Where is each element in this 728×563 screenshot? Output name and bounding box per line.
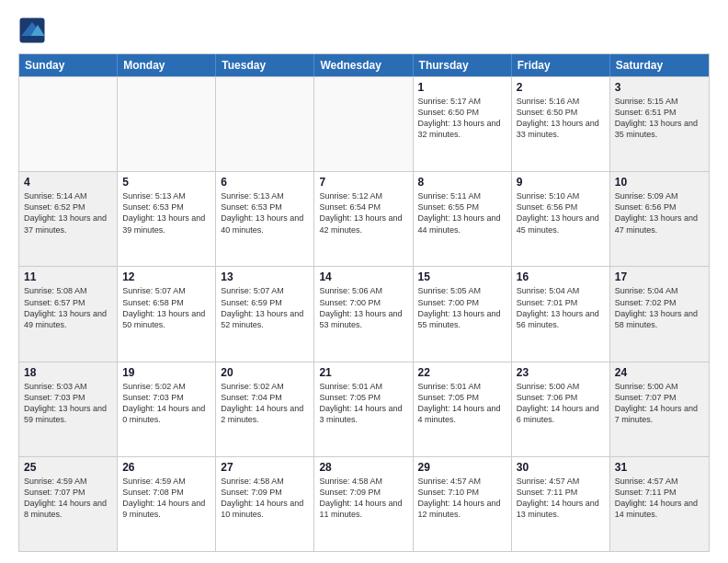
calendar: SundayMondayTuesdayWednesdayThursdayFrid…: [18, 53, 710, 552]
cell-info: Sunrise: 4:58 AMSunset: 7:09 PMDaylight:…: [319, 476, 407, 521]
cal-cell: 13Sunrise: 5:07 AMSunset: 6:59 PMDayligh…: [216, 267, 314, 361]
day-number: 18: [24, 366, 112, 379]
cell-info: Sunrise: 5:07 AMSunset: 6:59 PMDaylight:…: [221, 285, 309, 330]
cell-info: Sunrise: 4:57 AMSunset: 7:11 PMDaylight:…: [615, 476, 704, 521]
cell-info: Sunrise: 5:06 AMSunset: 7:00 PMDaylight:…: [319, 285, 407, 330]
cell-info: Sunrise: 5:17 AMSunset: 6:50 PMDaylight:…: [418, 96, 506, 141]
cal-cell: 11Sunrise: 5:08 AMSunset: 6:57 PMDayligh…: [19, 267, 118, 361]
logo: [18, 17, 50, 44]
cal-cell: 25Sunrise: 4:59 AMSunset: 7:07 PMDayligh…: [19, 457, 118, 551]
cal-cell: [19, 77, 118, 171]
day-number: 15: [418, 270, 506, 283]
header-cell-sunday: Sunday: [19, 54, 118, 76]
cal-cell: 3Sunrise: 5:15 AMSunset: 6:51 PMDaylight…: [610, 77, 709, 171]
cal-cell: 12Sunrise: 5:07 AMSunset: 6:58 PMDayligh…: [118, 267, 216, 361]
cal-cell: 23Sunrise: 5:00 AMSunset: 7:06 PMDayligh…: [512, 362, 610, 456]
day-number: 12: [122, 270, 210, 283]
calendar-week-1: 1Sunrise: 5:17 AMSunset: 6:50 PMDaylight…: [19, 76, 709, 171]
day-number: 13: [221, 270, 309, 283]
cell-info: Sunrise: 4:59 AMSunset: 7:08 PMDaylight:…: [122, 476, 210, 521]
cell-info: Sunrise: 4:57 AMSunset: 7:11 PMDaylight:…: [517, 476, 605, 521]
cell-info: Sunrise: 5:16 AMSunset: 6:50 PMDaylight:…: [517, 96, 605, 141]
cell-info: Sunrise: 5:00 AMSunset: 7:07 PMDaylight:…: [615, 381, 704, 426]
cal-cell: 1Sunrise: 5:17 AMSunset: 6:50 PMDaylight…: [414, 77, 512, 171]
cal-cell: 6Sunrise: 5:13 AMSunset: 6:53 PMDaylight…: [216, 172, 314, 266]
cell-info: Sunrise: 5:13 AMSunset: 6:53 PMDaylight:…: [221, 190, 309, 236]
cell-info: Sunrise: 5:05 AMSunset: 7:00 PMDaylight:…: [418, 285, 506, 330]
day-number: 10: [615, 176, 704, 189]
day-number: 2: [517, 81, 605, 94]
cell-info: Sunrise: 5:04 AMSunset: 7:02 PMDaylight:…: [615, 285, 704, 330]
day-number: 7: [319, 176, 407, 189]
day-number: 16: [517, 270, 605, 283]
cell-info: Sunrise: 5:03 AMSunset: 7:03 PMDaylight:…: [24, 381, 112, 426]
page: SundayMondayTuesdayWednesdayThursdayFrid…: [0, 0, 728, 563]
cal-cell: [216, 77, 314, 171]
day-number: 24: [615, 366, 704, 379]
cal-cell: 17Sunrise: 5:04 AMSunset: 7:02 PMDayligh…: [610, 267, 709, 361]
header: [18, 17, 710, 44]
cal-cell: 8Sunrise: 5:11 AMSunset: 6:55 PMDaylight…: [414, 172, 512, 266]
cell-info: Sunrise: 5:12 AMSunset: 6:54 PMDaylight:…: [319, 190, 407, 236]
cell-info: Sunrise: 5:08 AMSunset: 6:57 PMDaylight:…: [24, 285, 112, 330]
cal-cell: 16Sunrise: 5:04 AMSunset: 7:01 PMDayligh…: [512, 267, 610, 361]
cal-cell: 15Sunrise: 5:05 AMSunset: 7:00 PMDayligh…: [414, 267, 512, 361]
cal-cell: [314, 77, 413, 171]
day-number: 22: [418, 366, 506, 379]
day-number: 9: [517, 176, 605, 189]
day-number: 31: [615, 461, 704, 474]
logo-icon: [18, 17, 46, 44]
day-number: 25: [24, 461, 112, 474]
day-number: 8: [418, 176, 506, 189]
calendar-week-4: 18Sunrise: 5:03 AMSunset: 7:03 PMDayligh…: [19, 362, 709, 456]
cal-cell: 21Sunrise: 5:01 AMSunset: 7:05 PMDayligh…: [314, 362, 413, 456]
day-number: 27: [221, 461, 309, 474]
cal-cell: 2Sunrise: 5:16 AMSunset: 6:50 PMDaylight…: [512, 77, 610, 171]
header-cell-thursday: Thursday: [414, 54, 512, 76]
cal-cell: 30Sunrise: 4:57 AMSunset: 7:11 PMDayligh…: [512, 457, 610, 551]
cal-cell: 10Sunrise: 5:09 AMSunset: 6:56 PMDayligh…: [610, 172, 709, 266]
cal-cell: 28Sunrise: 4:58 AMSunset: 7:09 PMDayligh…: [314, 457, 413, 551]
day-number: 17: [615, 270, 704, 283]
cell-info: Sunrise: 4:58 AMSunset: 7:09 PMDaylight:…: [221, 476, 309, 521]
cal-cell: 14Sunrise: 5:06 AMSunset: 7:00 PMDayligh…: [314, 267, 413, 361]
cal-cell: 24Sunrise: 5:00 AMSunset: 7:07 PMDayligh…: [610, 362, 709, 456]
calendar-header: SundayMondayTuesdayWednesdayThursdayFrid…: [19, 54, 709, 76]
header-cell-monday: Monday: [118, 54, 216, 76]
cell-info: Sunrise: 5:15 AMSunset: 6:51 PMDaylight:…: [615, 96, 704, 141]
cal-cell: 19Sunrise: 5:02 AMSunset: 7:03 PMDayligh…: [118, 362, 216, 456]
cal-cell: 29Sunrise: 4:57 AMSunset: 7:10 PMDayligh…: [414, 457, 512, 551]
day-number: 6: [221, 176, 309, 189]
cal-cell: 18Sunrise: 5:03 AMSunset: 7:03 PMDayligh…: [19, 362, 118, 456]
cell-info: Sunrise: 5:09 AMSunset: 6:56 PMDaylight:…: [615, 190, 704, 236]
day-number: 20: [221, 366, 309, 379]
cell-info: Sunrise: 4:57 AMSunset: 7:10 PMDaylight:…: [418, 476, 506, 521]
cell-info: Sunrise: 5:10 AMSunset: 6:56 PMDaylight:…: [517, 190, 605, 236]
cal-cell: 26Sunrise: 4:59 AMSunset: 7:08 PMDayligh…: [118, 457, 216, 551]
day-number: 11: [24, 270, 112, 283]
cell-info: Sunrise: 5:02 AMSunset: 7:03 PMDaylight:…: [122, 381, 210, 426]
cal-cell: 9Sunrise: 5:10 AMSunset: 6:56 PMDaylight…: [512, 172, 610, 266]
header-cell-saturday: Saturday: [610, 54, 709, 76]
cal-cell: 7Sunrise: 5:12 AMSunset: 6:54 PMDaylight…: [314, 172, 413, 266]
day-number: 1: [418, 81, 506, 94]
cal-cell: 22Sunrise: 5:01 AMSunset: 7:05 PMDayligh…: [414, 362, 512, 456]
cal-cell: 27Sunrise: 4:58 AMSunset: 7:09 PMDayligh…: [216, 457, 314, 551]
cell-info: Sunrise: 5:00 AMSunset: 7:06 PMDaylight:…: [517, 381, 605, 426]
day-number: 5: [122, 176, 210, 189]
cell-info: Sunrise: 5:01 AMSunset: 7:05 PMDaylight:…: [418, 381, 506, 426]
cal-cell: 5Sunrise: 5:13 AMSunset: 6:53 PMDaylight…: [118, 172, 216, 266]
cal-cell: 4Sunrise: 5:14 AMSunset: 6:52 PMDaylight…: [19, 172, 118, 266]
day-number: 29: [418, 461, 506, 474]
day-number: 19: [122, 366, 210, 379]
cell-info: Sunrise: 5:02 AMSunset: 7:04 PMDaylight:…: [221, 381, 309, 426]
cell-info: Sunrise: 4:59 AMSunset: 7:07 PMDaylight:…: [24, 476, 112, 521]
cell-info: Sunrise: 5:13 AMSunset: 6:53 PMDaylight:…: [122, 190, 210, 236]
day-number: 4: [24, 176, 112, 189]
cell-info: Sunrise: 5:07 AMSunset: 6:58 PMDaylight:…: [122, 285, 210, 330]
day-number: 14: [319, 270, 407, 283]
cal-cell: 20Sunrise: 5:02 AMSunset: 7:04 PMDayligh…: [216, 362, 314, 456]
cal-cell: 31Sunrise: 4:57 AMSunset: 7:11 PMDayligh…: [610, 457, 709, 551]
day-number: 28: [319, 461, 407, 474]
day-number: 3: [615, 81, 704, 94]
